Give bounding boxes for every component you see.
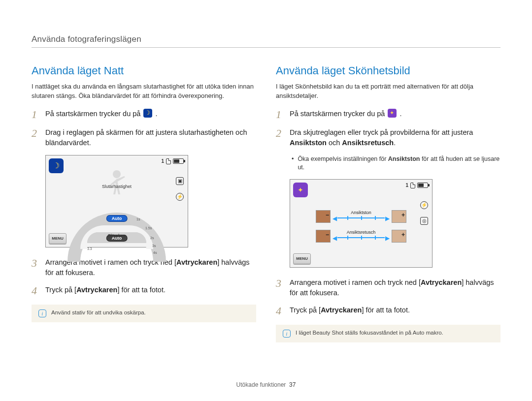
sample-smooth-thumb[interactable]: + [392,230,406,243]
step-number-2: 2 [32,127,45,148]
slider1-label: Ansiktston [351,210,371,215]
right-step3: Arrangera motivet i ramen och tryck ned … [290,278,500,298]
shot-counter: 1 [161,158,164,164]
status-bar: 1 [161,158,184,164]
right-bullet: Öka exempelvis inställningen för Ansikts… [292,155,500,172]
right-step2: Dra skjutreglagen eller tryck på provbil… [290,127,500,148]
flash-icon: ⚡ [176,193,184,201]
beauty-mode-icon [388,109,397,118]
left-step1: På startskärmen trycker du på . [45,109,158,121]
right-tip-text: I läget Beauty Shot ställs fokusavstånde… [296,330,443,336]
sd-card-icon [166,158,171,164]
beauty-screen: 1 ⚡ ◎ − Ansiktston ◀ [290,179,432,268]
night-mode-icon [143,109,152,118]
right-step1: På startskärmen trycker du på . [290,109,402,121]
exposure-icon: ▣ [176,177,184,185]
shutter-label: Slutarhastighet [102,184,132,189]
left-intro: I nattläget ska du använda en långsam sl… [32,82,256,101]
tip-icon: i [283,330,291,338]
left-step2: Drag i reglagen på skärmen för att juste… [45,127,256,148]
slider2-label: Ansiktsretusch [347,230,376,235]
chapter-title: Använda fotograferingslägen [32,34,500,44]
tip-icon: i [38,309,46,317]
left-column: Använda läget Natt I nattläget ska du an… [32,64,256,342]
night-screen: 1 ▣ ⚡ Slutarhastighet Auto Auto [45,155,188,247]
step-number-1: 1 [276,109,290,121]
step-number-3: 3 [276,278,290,298]
sample-light-thumb[interactable]: + [392,210,406,223]
face-retouch-slider[interactable]: − Ansiktsretusch ◀ ▶ + [316,230,406,243]
left-tip: i Använd stativ för att undvika oskärpa. [32,305,256,322]
left-step1-post: . [155,110,157,118]
step-number-4: 4 [32,285,45,297]
menu-button[interactable]: MENU [293,253,311,264]
divider [32,47,500,48]
face-tone-slider[interactable]: − Ansiktston ◀ ▶ + [316,210,406,223]
night-mode-badge-icon [49,158,64,173]
step-number-3: 3 [32,257,45,278]
right-step4: Tryck på [Avtryckaren] för att ta fotot. [290,305,410,317]
right-heading: Använda läget Skönhetsbild [276,64,500,77]
left-heading: Använda läget Natt [32,64,256,77]
battery-icon [417,183,428,188]
beauty-mode-badge-icon [293,183,308,197]
left-tip-text: Använd stativ för att undvika oskärpa. [51,309,146,315]
page-number: 37 [289,381,296,388]
right-tip: i I läget Beauty Shot ställs fokusavstån… [276,325,500,342]
step-number-1: 1 [32,109,45,121]
left-step4: Tryck på [Avtryckaren] för att ta fotot. [45,285,166,297]
focus-point-icon: ◎ [420,217,428,225]
status-bar: 1 [405,183,428,188]
footer-section: Utökade funktioner [236,381,286,388]
sd-card-icon [410,183,415,188]
left-step1-pre: På startskärmen trycker du på [45,110,142,118]
flash-icon: ⚡ [420,201,428,209]
sample-dark-thumb[interactable]: − [316,210,331,223]
page-footer: Utökade funktioner 37 [0,381,532,388]
sample-rough-thumb[interactable]: − [316,230,331,243]
svg-point-0 [113,170,121,178]
step-number-2: 2 [276,127,290,148]
step-number-4: 4 [276,305,290,317]
aperture-label: Bländare [108,233,126,238]
right-intro: I läget Skönhetsbild kan du ta ett portr… [276,82,500,101]
right-column: Använda läget Skönhetsbild I läget Skönh… [276,64,500,342]
battery-icon [173,158,184,164]
menu-button[interactable]: MENU [49,233,66,244]
shot-counter: 1 [405,183,408,188]
